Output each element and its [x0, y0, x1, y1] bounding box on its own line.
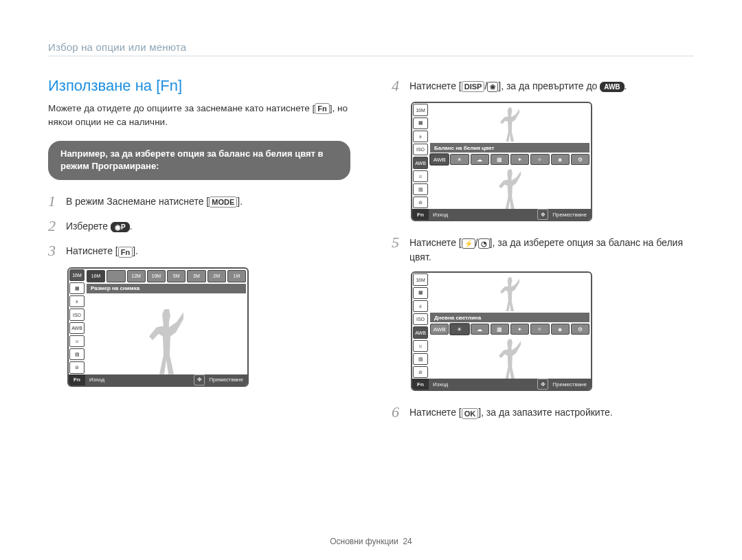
sidebar-icon: AWB	[413, 326, 428, 338]
sidebar-icon: ±	[69, 295, 85, 307]
cam-mode-label: Размер на снимка	[87, 284, 246, 293]
size-option: 5M	[167, 270, 186, 282]
wb-option: ✦	[510, 324, 529, 335]
sidebar-icon: ⊘	[413, 197, 428, 208]
fn-label: Fn	[69, 374, 85, 385]
fn-label: Fn	[412, 379, 429, 390]
sidebar-icon: AWB	[69, 322, 85, 334]
flash-icon: ⚡	[462, 238, 475, 249]
section-title: Използване на [Fn]	[48, 77, 350, 95]
footer-section: Основни функции	[330, 537, 398, 546]
step-text: Натиснете [Fn].	[66, 242, 138, 258]
sidebar-icon: ⊘	[69, 361, 85, 373]
wb-option: AWB	[430, 324, 449, 335]
wb-option: ✧	[530, 154, 549, 165]
sidebar-icon: ▦	[413, 117, 428, 129]
size-option: 10M	[147, 270, 166, 282]
step-5: 5 Натиснете [⚡/◔], за да изберете опция …	[392, 234, 694, 265]
step-post: ].	[237, 196, 243, 207]
steps-right-b: 5 Натиснете [⚡/◔], за да изберете опция …	[392, 234, 694, 265]
steps-right-a: 4 Натиснете [DISP/❀], за да превъртите д…	[392, 77, 694, 95]
wb-option: ▦	[491, 324, 509, 335]
sidebar-icon: ±	[413, 300, 428, 312]
timer-icon: ◔	[478, 238, 490, 249]
example-callout: Например, за да изберете опция за баланс…	[48, 141, 350, 179]
sidebar-icon: ⊘	[413, 366, 428, 378]
exit-label: Изход	[85, 377, 109, 383]
steps-right-c: 6 Натиснете [OK], за да запазите настрой…	[392, 403, 694, 421]
left-column: Използване на [Fn] Можете да отидете до …	[48, 77, 350, 429]
sidebar-icon: 16M	[413, 273, 428, 285]
step-pre: В режим Заснемане натиснете [	[66, 196, 209, 207]
size-option: 1M	[227, 270, 246, 282]
step-text: Натиснете [DISP/❀], за да превъртите до …	[409, 77, 627, 93]
wb-option: ⚙	[571, 154, 589, 165]
step-number: 2	[48, 217, 66, 235]
cam-sidebar: 16M ▦ ± ISO AWB ☺ ▧ ⊘	[412, 103, 429, 209]
cam-top-row: 16M 12M 10M 5M 3M 2M 1M	[87, 270, 246, 282]
nav-icon: ✥	[537, 209, 548, 220]
wb-option: ☁	[471, 154, 489, 165]
cam-mode-label: Баланс на белия цвят	[430, 143, 589, 153]
sidebar-icon: ▦	[413, 287, 428, 299]
wb-option: ▦	[491, 154, 509, 165]
nav-icon: ✥	[537, 379, 548, 390]
camera-screenshot-1: 16M ▦ ± ISO AWB ☺ ▧ ⊘ 16M 12M 10M 5M 3M …	[67, 267, 249, 387]
wb-option: ⚙	[571, 324, 589, 335]
sidebar-icon: ☺	[69, 335, 85, 347]
camera-screenshot-2: 16M ▦ ± ISO AWB ☺ ▧ ⊘ Баланс на белия цв…	[411, 102, 592, 221]
step-text: Изберете ◉P.	[66, 217, 133, 234]
step-3: 3 Натиснете [Fn].	[48, 242, 350, 260]
sidebar-icon: ISO	[69, 309, 85, 320]
step-number: 5	[392, 234, 409, 251]
cam-preview	[430, 166, 589, 209]
step-1: 1 В режим Заснемане натиснете [MODE].	[48, 192, 350, 210]
step-number: 3	[48, 242, 66, 260]
flower-icon: ❀	[487, 82, 498, 92]
sidebar-icon: 16M	[69, 269, 85, 281]
sidebar-icon: ▧	[413, 183, 428, 195]
step-text: Натиснете [OK], за да запазите настройки…	[409, 403, 613, 420]
content-columns: Използване на [Fn] Можете да отидете до …	[48, 77, 694, 429]
sidebar-icon: ISO	[413, 144, 428, 155]
wb-option: ☀	[450, 154, 469, 165]
step-number: 1	[48, 192, 66, 210]
step-post: ].	[133, 245, 138, 256]
intro-text-pre: Можете да отидете до опциите за заснеман…	[48, 103, 315, 113]
cam-footer: Fn Изход ✥ Преместване	[412, 379, 591, 390]
sidebar-icon: ▧	[413, 353, 428, 365]
wb-option: ✧	[530, 324, 549, 335]
exit-label: Изход	[429, 381, 452, 388]
subject-silhouette-icon	[500, 107, 519, 142]
exit-label: Изход	[429, 212, 452, 218]
step-pre: Натиснете [	[409, 237, 462, 248]
step-2: 2 Изберете ◉P.	[48, 217, 350, 235]
step-4: 4 Натиснете [DISP/❀], за да превъртите д…	[392, 77, 694, 95]
subject-silhouette-icon	[499, 339, 521, 379]
trail-post: .	[625, 80, 627, 91]
fn-label: Fn	[412, 209, 429, 220]
cam-footer: Fn Изход ✥ Преместване	[412, 209, 591, 220]
cam-mode-label: Дневна светлина	[430, 313, 589, 322]
sidebar-icon: ▧	[69, 348, 85, 360]
step-post: ], за да запазите настройките.	[478, 407, 612, 418]
step-pre: Натиснете [	[409, 80, 462, 91]
cam-preview	[430, 274, 589, 311]
size-option	[106, 270, 125, 282]
cam-preview	[87, 295, 246, 374]
manual-page: Избор на опции или менюта Използване на …	[0, 0, 742, 560]
cam-sidebar: 16M ▦ ± ISO AWB ☺ ▧ ⊘	[412, 273, 429, 379]
size-option: 3M	[187, 270, 205, 282]
ok-key-icon: OK	[462, 408, 479, 419]
sidebar-icon: ±	[413, 131, 428, 142]
sidebar-icon: ☺	[413, 340, 428, 352]
page-number: 24	[403, 537, 412, 546]
wb-option: ✦	[510, 154, 529, 165]
move-label: Преместване	[205, 377, 247, 383]
step-text: Натиснете [⚡/◔], за да изберете опция за…	[409, 234, 694, 265]
wb-option: AWB	[430, 154, 449, 165]
camera-p-icon: ◉P	[111, 222, 130, 232]
wb-options-row: AWB ☀ ☁ ▦ ✦ ✧ ◈ ⚙	[430, 324, 589, 335]
mode-key-icon: MODE	[209, 197, 237, 208]
size-option: 2M	[207, 270, 226, 282]
